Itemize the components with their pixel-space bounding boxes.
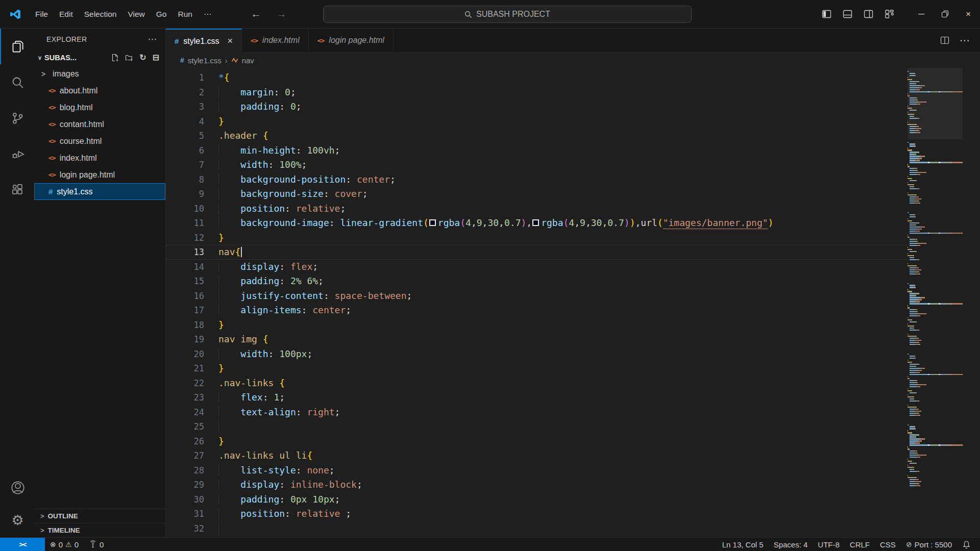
file-row-about.html[interactable]: <>about.html	[34, 82, 165, 99]
code-line-5[interactable]: 5.header {	[166, 129, 908, 143]
code-editor[interactable]: 1*{2 margin: 0;3 padding: 0;4}5.header {…	[166, 68, 908, 537]
code-line-2[interactable]: 2 margin: 0;	[166, 85, 908, 100]
forward-arrow-icon[interactable]: →	[276, 8, 286, 20]
split-editor-icon[interactable]	[940, 36, 949, 45]
customize-layout-icon[interactable]	[885, 9, 894, 19]
problems-status[interactable]: ⊗ 0 ⚠ 0	[45, 538, 84, 551]
code-line-13[interactable]: 13nav{	[166, 245, 908, 260]
code-line-11[interactable]: 11 background-image: linear-gradient(rgb…	[166, 216, 908, 231]
back-arrow-icon[interactable]: ←	[251, 8, 261, 20]
code-line-17[interactable]: 17 align-items: center;	[166, 303, 908, 318]
status-language-mode[interactable]: CSS	[875, 538, 901, 551]
minimap-slider[interactable]	[908, 68, 963, 139]
menu-go[interactable]: Go	[151, 6, 173, 22]
collapse-all-icon[interactable]: ⊟	[153, 54, 159, 62]
code-line-31[interactable]: 31 position: relative ;	[166, 507, 908, 521]
menu-more-icon[interactable]: ⋯	[198, 6, 217, 22]
file-row-index.html[interactable]: <>index.html	[34, 149, 165, 166]
status-cursor-position[interactable]: Ln 13, Col 5	[717, 538, 769, 551]
file-row-login-page.html[interactable]: <>login page.html	[34, 166, 165, 183]
code-line-30[interactable]: 30 padding: 0px 10px;	[166, 492, 908, 507]
activity-search-icon[interactable]	[0, 64, 34, 100]
code-token: min-height	[240, 145, 296, 156]
code-line-18[interactable]: 18}	[166, 318, 908, 333]
toggle-panel-icon[interactable]	[843, 9, 852, 19]
code-line-15[interactable]: 15 padding: 2% 6%;	[166, 274, 908, 289]
code-line-10[interactable]: 10 position: relative;	[166, 202, 908, 216]
line-number: 18	[166, 318, 204, 333]
code-line-29[interactable]: 29 display: inline-block;	[166, 478, 908, 492]
toggle-secondary-sidebar-icon[interactable]	[864, 9, 873, 19]
editor-more-actions-icon[interactable]: ⋯	[960, 34, 970, 46]
breadcrumb-file[interactable]: style1.css	[188, 56, 222, 65]
code-line-22[interactable]: 22.nav-links {	[166, 376, 908, 391]
menu-edit[interactable]: Edit	[54, 6, 79, 22]
status-live-server-port[interactable]: ⊘Port : 5500	[901, 538, 957, 551]
close-button[interactable]: ×	[957, 0, 980, 29]
accounts-icon[interactable]	[0, 472, 34, 504]
file-row-style1.css[interactable]: #style1.css	[34, 183, 165, 200]
file-row-blog.html[interactable]: <>blog.html	[34, 99, 165, 116]
code-line-23[interactable]: 23 flex: 1;	[166, 390, 908, 405]
notifications-bell-icon[interactable]	[957, 538, 976, 551]
menu-view[interactable]: View	[122, 6, 150, 22]
breadcrumb-symbol[interactable]: nav	[242, 56, 254, 65]
code-token: position	[240, 203, 285, 214]
breadcrumb[interactable]: # style1.css › nav	[166, 53, 980, 68]
remote-indicator[interactable]: ><	[0, 538, 45, 551]
sidebar-section-outline[interactable]: >OUTLINE	[34, 509, 165, 523]
code-line-28[interactable]: 28 list-style: none;	[166, 463, 908, 478]
code-line-19[interactable]: 19nav img {	[166, 332, 908, 347]
menu-run[interactable]: Run	[172, 6, 198, 22]
code-line-26[interactable]: 26}	[166, 434, 908, 449]
code-line-7[interactable]: 7 width: 100%;	[166, 158, 908, 172]
tab-style1.css[interactable]: #style1.css×	[166, 29, 242, 53]
code-line-16[interactable]: 16 justify-content: space-between;	[166, 289, 908, 304]
minimize-button[interactable]: ─	[910, 0, 933, 29]
code-line-14[interactable]: 14 display: flex;	[166, 260, 908, 274]
code-line-4[interactable]: 4}	[166, 114, 908, 129]
minimap-line	[908, 409, 963, 410]
status-eol[interactable]: CRLF	[845, 538, 875, 551]
workspace-section-header[interactable]: ∨ SUBAS... ↻ ⊟	[34, 50, 165, 65]
minimap-line	[908, 205, 963, 206]
tab-index.html[interactable]: <>index.html	[242, 29, 309, 52]
toggle-primary-sidebar-icon[interactable]	[822, 9, 831, 19]
code-line-8[interactable]: 8 background-position: center;	[166, 172, 908, 187]
menu-file[interactable]: File	[30, 6, 54, 22]
menu-selection[interactable]: Selection	[79, 6, 122, 22]
sidebar-section-timeline[interactable]: >TIMELINE	[34, 523, 165, 537]
code-line-6[interactable]: 6 min-height: 100vh;	[166, 143, 908, 158]
code-line-25[interactable]: 25	[166, 419, 908, 434]
code-line-9[interactable]: 9 background-size: cover;	[166, 187, 908, 202]
close-tab-icon[interactable]: ×	[228, 36, 233, 46]
command-center-search[interactable]: SUBASH PROJECT	[323, 6, 692, 23]
activity-extensions-icon[interactable]	[0, 171, 34, 207]
explorer-more-actions-icon[interactable]: ⋯	[148, 34, 157, 45]
status-encoding[interactable]: UTF-8	[813, 538, 845, 551]
activity-source-control-icon[interactable]	[0, 100, 34, 136]
code-line-24[interactable]: 24 text-align: right;	[166, 405, 908, 420]
new-file-icon[interactable]	[111, 54, 119, 62]
status-indentation[interactable]: Spaces: 4	[769, 538, 813, 551]
code-line-1[interactable]: 1*{	[166, 70, 908, 85]
file-row-images[interactable]: >images	[34, 65, 165, 82]
file-row-contant.html[interactable]: <>contant.html	[34, 116, 165, 133]
code-line-32[interactable]: 32	[166, 521, 908, 536]
activity-explorer-icon[interactable]	[0, 29, 34, 64]
code-line-27[interactable]: 27.nav-links ul li{	[166, 448, 908, 463]
tab-login-page.html[interactable]: <>login page.html	[309, 29, 394, 52]
new-folder-icon[interactable]	[125, 54, 133, 62]
restore-button[interactable]	[933, 0, 957, 29]
code-line-21[interactable]: 21}	[166, 361, 908, 376]
settings-gear-icon[interactable]: ⚙	[0, 504, 34, 537]
code-line-3[interactable]: 3 padding: 0;	[166, 99, 908, 114]
refresh-icon[interactable]: ↻	[139, 54, 146, 62]
minimap[interactable]	[908, 68, 963, 537]
code-line-20[interactable]: 20 width: 100px;	[166, 347, 908, 362]
activity-run-debug-icon[interactable]	[0, 136, 34, 171]
code-line-12[interactable]: 12}	[166, 231, 908, 245]
scrollbar-gutter[interactable]	[963, 68, 980, 537]
ports-status[interactable]: 0	[84, 538, 109, 551]
file-row-course.html[interactable]: <>course.html	[34, 133, 165, 149]
